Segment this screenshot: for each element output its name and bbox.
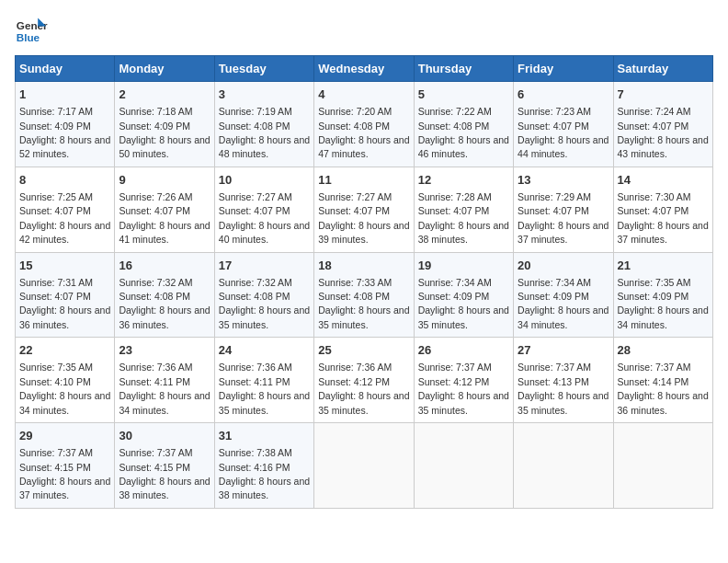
daylight-info: Daylight: 8 hours and 48 minutes.	[219, 134, 310, 159]
sunset-info: Sunset: 4:12 PM	[418, 376, 490, 387]
calendar-cell: 15 Sunrise: 7:31 AM Sunset: 4:07 PM Dayl…	[16, 252, 115, 338]
daylight-info: Daylight: 8 hours and 38 minutes.	[119, 476, 210, 500]
day-number: 25	[318, 342, 409, 359]
day-number: 3	[219, 86, 310, 103]
day-number: 4	[318, 86, 409, 103]
logo-icon: General Blue	[15, 15, 48, 48]
daylight-info: Daylight: 8 hours and 35 minutes.	[318, 304, 409, 329]
daylight-info: Daylight: 8 hours and 40 minutes.	[219, 220, 310, 245]
daylight-info: Daylight: 8 hours and 38 minutes.	[219, 476, 310, 500]
day-number: 22	[19, 342, 110, 359]
calendar-cell: 18 Sunrise: 7:33 AM Sunset: 4:08 PM Dayl…	[314, 252, 414, 338]
calendar-cell	[414, 423, 513, 509]
calendar-cell: 9 Sunrise: 7:26 AM Sunset: 4:07 PM Dayli…	[115, 167, 214, 252]
calendar-cell: 10 Sunrise: 7:27 AM Sunset: 4:07 PM Dayl…	[214, 167, 313, 252]
sunrise-info: Sunrise: 7:19 AM	[219, 106, 292, 117]
svg-text:Blue: Blue	[17, 31, 40, 43]
calendar-cell: 13 Sunrise: 7:29 AM Sunset: 4:07 PM Dayl…	[514, 167, 613, 252]
daylight-info: Daylight: 8 hours and 39 minutes.	[318, 220, 409, 245]
day-number: 2	[119, 86, 210, 103]
day-number: 10	[219, 172, 310, 189]
calendar-cell: 26 Sunrise: 7:37 AM Sunset: 4:12 PM Dayl…	[414, 338, 513, 423]
sunrise-info: Sunrise: 7:37 AM	[518, 362, 591, 373]
sunset-info: Sunset: 4:08 PM	[318, 121, 390, 132]
weekday-header: Saturday	[613, 56, 712, 82]
sunrise-info: Sunrise: 7:25 AM	[19, 191, 93, 202]
daylight-info: Daylight: 8 hours and 41 minutes.	[119, 220, 210, 245]
day-number: 8	[19, 172, 110, 189]
calendar-body: 1 Sunrise: 7:17 AM Sunset: 4:09 PM Dayli…	[16, 82, 713, 509]
sunrise-info: Sunrise: 7:32 AM	[219, 277, 292, 288]
calendar-week-row: 1 Sunrise: 7:17 AM Sunset: 4:09 PM Dayli…	[16, 82, 713, 167]
sunrise-info: Sunrise: 7:29 AM	[518, 191, 591, 202]
sunset-info: Sunset: 4:11 PM	[219, 376, 290, 387]
sunrise-info: Sunrise: 7:30 AM	[618, 191, 691, 202]
sunset-info: Sunset: 4:07 PM	[318, 205, 390, 216]
daylight-info: Daylight: 8 hours and 35 minutes.	[219, 390, 310, 415]
day-number: 19	[418, 258, 509, 274]
weekday-header: Monday	[115, 56, 214, 82]
daylight-info: Daylight: 8 hours and 34 minutes.	[618, 304, 709, 329]
calendar-cell: 14 Sunrise: 7:30 AM Sunset: 4:07 PM Dayl…	[613, 167, 712, 252]
sunrise-info: Sunrise: 7:32 AM	[119, 277, 192, 288]
sunrise-info: Sunrise: 7:38 AM	[219, 447, 292, 458]
calendar-cell: 22 Sunrise: 7:35 AM Sunset: 4:10 PM Dayl…	[16, 338, 115, 423]
sunset-info: Sunset: 4:12 PM	[318, 376, 390, 387]
sunrise-info: Sunrise: 7:17 AM	[19, 106, 93, 117]
sunset-info: Sunset: 4:07 PM	[518, 205, 589, 216]
daylight-info: Daylight: 8 hours and 50 minutes.	[119, 134, 210, 159]
calendar-cell	[314, 423, 414, 509]
sunset-info: Sunset: 4:09 PM	[618, 291, 689, 302]
calendar-week-row: 22 Sunrise: 7:35 AM Sunset: 4:10 PM Dayl…	[16, 338, 713, 423]
sunrise-info: Sunrise: 7:18 AM	[119, 106, 192, 117]
calendar-cell: 21 Sunrise: 7:35 AM Sunset: 4:09 PM Dayl…	[613, 252, 712, 338]
sunrise-info: Sunrise: 7:24 AM	[618, 106, 691, 117]
sunset-info: Sunset: 4:08 PM	[119, 291, 190, 302]
calendar-cell: 31 Sunrise: 7:38 AM Sunset: 4:16 PM Dayl…	[214, 423, 313, 509]
day-number: 18	[318, 258, 409, 274]
sunrise-info: Sunrise: 7:37 AM	[119, 447, 192, 458]
sunrise-info: Sunrise: 7:31 AM	[19, 277, 93, 288]
calendar-cell: 28 Sunrise: 7:37 AM Sunset: 4:14 PM Dayl…	[613, 338, 712, 423]
daylight-info: Daylight: 8 hours and 37 minutes.	[19, 476, 110, 500]
day-number: 21	[618, 258, 709, 274]
daylight-info: Daylight: 8 hours and 35 minutes.	[318, 390, 409, 415]
sunset-info: Sunset: 4:14 PM	[618, 376, 689, 387]
sunset-info: Sunset: 4:15 PM	[119, 462, 190, 473]
sunrise-info: Sunrise: 7:26 AM	[119, 191, 192, 202]
sunset-info: Sunset: 4:13 PM	[518, 376, 589, 387]
day-number: 20	[518, 258, 609, 274]
calendar-cell	[514, 423, 613, 509]
sunset-info: Sunset: 4:07 PM	[119, 205, 190, 216]
day-number: 28	[618, 342, 709, 359]
page-header: General Blue	[15, 15, 713, 48]
sunrise-info: Sunrise: 7:28 AM	[418, 191, 492, 202]
weekday-header: Friday	[514, 56, 613, 82]
calendar-cell: 19 Sunrise: 7:34 AM Sunset: 4:09 PM Dayl…	[414, 252, 513, 338]
daylight-info: Daylight: 8 hours and 36 minutes.	[119, 304, 210, 329]
calendar-week-row: 8 Sunrise: 7:25 AM Sunset: 4:07 PM Dayli…	[16, 167, 713, 252]
day-number: 14	[618, 172, 709, 189]
day-number: 24	[219, 342, 310, 359]
sunrise-info: Sunrise: 7:33 AM	[318, 277, 392, 288]
sunrise-info: Sunrise: 7:27 AM	[219, 191, 292, 202]
logo: General Blue	[15, 15, 48, 48]
daylight-info: Daylight: 8 hours and 37 minutes.	[618, 220, 709, 245]
calendar-header: SundayMondayTuesdayWednesdayThursdayFrid…	[16, 56, 713, 82]
sunset-info: Sunset: 4:11 PM	[119, 376, 190, 387]
calendar-cell: 16 Sunrise: 7:32 AM Sunset: 4:08 PM Dayl…	[115, 252, 214, 338]
daylight-info: Daylight: 8 hours and 44 minutes.	[518, 134, 609, 159]
day-number: 17	[219, 258, 310, 274]
sunrise-info: Sunrise: 7:36 AM	[119, 362, 192, 373]
day-number: 12	[418, 172, 509, 189]
day-number: 6	[518, 86, 609, 103]
day-number: 27	[518, 342, 609, 359]
calendar-cell: 17 Sunrise: 7:32 AM Sunset: 4:08 PM Dayl…	[214, 252, 313, 338]
daylight-info: Daylight: 8 hours and 34 minutes.	[119, 390, 210, 415]
calendar-cell: 7 Sunrise: 7:24 AM Sunset: 4:07 PM Dayli…	[613, 82, 712, 167]
daylight-info: Daylight: 8 hours and 34 minutes.	[518, 304, 609, 329]
daylight-info: Daylight: 8 hours and 35 minutes.	[219, 304, 310, 329]
sunset-info: Sunset: 4:07 PM	[19, 205, 91, 216]
day-number: 16	[119, 258, 210, 274]
calendar-cell: 27 Sunrise: 7:37 AM Sunset: 4:13 PM Dayl…	[514, 338, 613, 423]
